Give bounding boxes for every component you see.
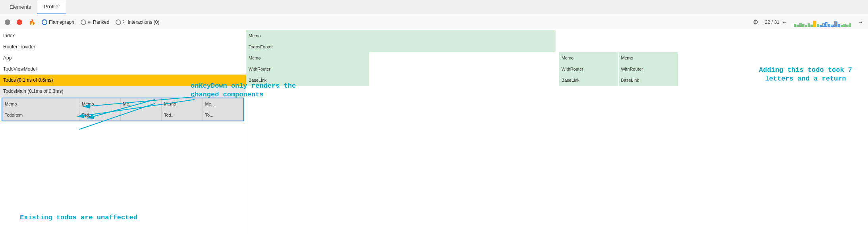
component-routerprovider[interactable]: RouterProvider [0,41,246,52]
todoitem-cell-1: TodoItem [2,109,79,121]
fg-cell-memo-3[interactable]: Memo [619,52,678,63]
fg-cell-gap [369,52,559,63]
mini-bar-dark [834,21,837,27]
flamegraph-radio[interactable] [42,19,47,25]
ranked-option[interactable]: ≡ Ranked [81,19,109,25]
fg-row-withrouter: WithRouter WithRouter WithRouter [246,63,868,75]
fg-cell-withrouter-1[interactable]: WithRouter [246,63,369,75]
gear-icon[interactable]: ⚙ [753,18,758,26]
todoitem-cell-2: Tod... [79,109,121,121]
ranked-label: Ranked [93,19,109,25]
ranked-icon: ≡ [88,19,91,25]
pagination: 22 / 31 ← [765,19,787,25]
fg-cell-withrouter-2[interactable]: WithRouter [559,63,619,75]
component-app[interactable]: App [0,52,246,63]
mini-bar-selected [825,22,827,27]
fg-cell-withrouter-3[interactable]: WithRouter [619,63,678,75]
mini-bar-selected [828,24,830,27]
memo-cell-1: Memo [2,98,79,109]
right-panel: Memo TodosFooter Memo Memo Memo WithRout… [246,30,868,234]
fg-cell-baselink-2[interactable]: BaseLink [559,75,619,86]
mini-bar [808,23,810,27]
mini-bar [799,23,802,27]
mini-bar-selected [838,24,840,27]
fg-row-todosfooter: TodosFooter [246,41,868,52]
mini-bar [797,25,799,27]
fg-cell-gap [369,63,559,75]
mini-bar [817,24,819,27]
fg-cell-empty [678,75,868,86]
todoitem-cell-5: To... [203,109,244,121]
mini-bar-selected [820,25,822,27]
flamegraph-option[interactable]: Flamegraph [42,19,74,25]
fg-cell-empty [556,30,868,41]
fg-cell-todosfooter[interactable]: TodosFooter [246,41,556,52]
mini-bar [810,25,813,27]
mini-bar-selected [822,23,825,27]
interactions-radio[interactable] [116,19,121,25]
tab-bar: Elements Profiler [0,0,868,14]
component-grid-selected: Memo Memo Me... Memo Me... TodoItem Tod.… [2,98,244,121]
toolbar: 🔥 Flamegraph ≡ Ranked ⌇ Interactions (0)… [0,14,868,30]
next-arrow[interactable]: → [858,19,863,25]
component-todos[interactable]: Todos (0.1ms of 0.6ms) [0,75,246,86]
fg-cell-baselink-1[interactable]: BaseLink [246,75,369,86]
mini-bar [849,23,851,27]
component-name: App [3,55,12,61]
tab-profiler[interactable]: Profiler [37,0,66,13]
memo-cell-5: Me... [203,98,244,109]
fg-cell-memo-2[interactable]: Memo [559,52,619,63]
todoitem-cell-4: Tod... [162,109,203,121]
flame-icon: 🔥 [29,19,35,25]
fg-cell-empty [678,63,868,75]
component-todosmain[interactable]: TodosMain (0.1ms of 0.3ms) [0,86,246,97]
record-button[interactable] [5,19,10,25]
mini-bar [843,24,846,27]
fg-cell-baselink-3[interactable]: BaseLink [619,75,678,86]
mini-bar [794,24,796,27]
fg-row-baselink: BaseLink BaseLink BaseLink [246,75,868,86]
tab-elements[interactable]: Elements [3,1,37,13]
fg-row-memo: Memo [246,30,868,41]
flamegraph-label: Flamegraph [49,19,74,25]
mini-bar [802,24,804,27]
component-name: TodosMain (0.1ms of 0.3ms) [3,88,63,94]
left-panel: Index RouterProvider App TodoViewModel T… [0,30,246,234]
component-name: TodoViewModel [3,66,37,72]
fg-cell-empty [678,52,868,63]
mini-flamegraph[interactable] [794,17,851,27]
fg-cell-memo[interactable]: Memo [246,30,556,41]
fg-cell-memo-1[interactable]: Memo [246,52,369,63]
fg-row-memo3: Memo Memo Memo [246,52,868,63]
component-todoviewmodel[interactable]: TodoViewModel [0,63,246,75]
memo-row[interactable]: Memo Memo Me... Memo Me... [2,98,243,109]
mini-bar [846,25,849,27]
fg-cell-gap [369,75,559,86]
component-index[interactable]: Index [0,30,246,41]
memo-cell-4: Memo [162,98,203,109]
mini-bar-yellow [813,21,816,27]
interactions-option[interactable]: ⌇ Interactions (0) [116,19,159,25]
pagination-text: 22 / 31 [765,19,779,25]
component-name: Index [3,33,15,38]
prev-arrow[interactable]: ← [782,19,787,25]
interactions-icon: ⌇ [123,19,125,25]
mini-bar-selected [831,25,834,27]
stop-button[interactable] [17,19,22,25]
todoitem-row[interactable]: TodoItem Tod... Tod... To... [2,109,243,121]
ranked-radio[interactable] [81,19,86,25]
mini-bar [805,25,807,27]
todoitem-cell-3 [121,109,162,121]
memo-cell-3: Me... [121,98,162,109]
memo-cell-2: Memo [79,98,121,109]
component-name: Todos (0.1ms of 0.6ms) [3,77,53,83]
component-name: RouterProvider [3,44,35,50]
fg-cell-empty [556,41,868,52]
interactions-label: Interactions (0) [127,19,159,25]
mini-bar [841,25,843,27]
